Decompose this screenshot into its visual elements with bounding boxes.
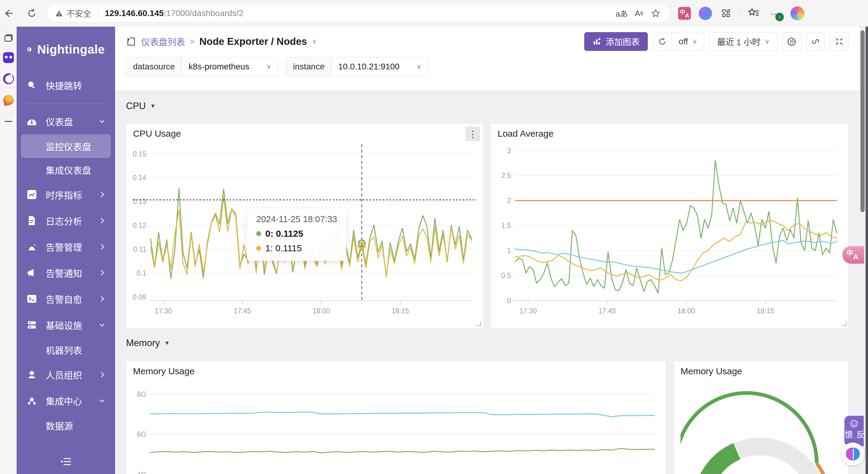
collapsed-tab-marker[interactable] (4, 121, 12, 122)
url-text[interactable]: 129.146.60.145:17000/dashboards/2 (105, 8, 613, 18)
memory-usage-gauge[interactable] (681, 379, 842, 474)
gear-icon (787, 37, 797, 47)
sidebar-collapse-icon[interactable] (17, 452, 115, 471)
svg-text:18:15: 18:15 (392, 307, 409, 315)
svg-text:17:45: 17:45 (598, 307, 616, 315)
browser-refresh-icon[interactable] (24, 6, 39, 21)
sidebar-item-self-healing[interactable]: 告警自愈 (17, 286, 115, 312)
main-content: 仪表盘列表 > Node Exporter / Nodes ∨ 添加图表 (115, 27, 860, 474)
sidebar-item-dashboards[interactable]: 仪表盘 (17, 108, 115, 134)
caret-down-icon: ▼ (150, 103, 156, 110)
ai-assistant-floating-button[interactable] (841, 443, 864, 466)
browser-toolbar: 不安全 129.146.60.145:17000/dashboards/2 aあ… (0, 0, 868, 27)
sidebar-item-label: 日志分析 (46, 214, 82, 227)
panel-load-average[interactable]: Load Average 32.521.510.5017:3017:4518:0… (491, 123, 848, 328)
memory-usage-chart[interactable]: 8G6G4G (133, 379, 659, 474)
sidebar-item-notifications[interactable]: 告警通知 (17, 260, 115, 286)
read-aloud-icon[interactable]: A (630, 5, 647, 22)
panel-resize-handle[interactable] (476, 321, 481, 326)
extensions-puzzle-icon[interactable] (720, 7, 732, 19)
sidebar-item-machine-list[interactable]: 机器列表 (17, 338, 115, 361)
instance-select[interactable]: 10.0.10.21:9100∨ (332, 57, 429, 77)
datasource-select[interactable]: k8s-prometheus∨ (182, 57, 278, 77)
copilot-icon[interactable] (790, 6, 804, 20)
expand-icon (834, 37, 844, 47)
instance-label: instance (286, 57, 331, 77)
server-stack-icon (26, 319, 38, 331)
svg-text:0.13: 0.13 (133, 198, 146, 206)
refresh-interval-select[interactable]: off∨ (672, 32, 704, 51)
svg-text:0.5: 0.5 (501, 271, 511, 279)
svg-text:0.15: 0.15 (133, 150, 146, 158)
translate-floating-button[interactable]: 中A (842, 246, 864, 264)
link-icon (811, 37, 820, 47)
panel-cpu-usage[interactable]: CPU Usage ⋮ 0.150.140.130.120.110.10.091… (126, 123, 484, 328)
divider (2, 114, 14, 114)
panel-title: Memory Usage (681, 366, 842, 377)
sidebar-item-integrated-dashboards[interactable]: 集成仪表盘 (17, 158, 115, 181)
load-average-chart[interactable]: 32.521.510.5017:3017:4518:0018:15 (498, 141, 842, 317)
title-caret-icon[interactable]: ∨ (312, 37, 317, 46)
sidebar-item-label: 人员组织 (46, 368, 82, 381)
panel-memory-usage-gauge[interactable]: Memory Usage (674, 361, 848, 474)
refresh-button[interactable] (653, 32, 672, 51)
sidebar-item-alert-management[interactable]: 告警管理 (17, 234, 115, 260)
sidebar-item-label: 告警管理 (46, 240, 82, 254)
fullscreen-button[interactable] (830, 32, 848, 51)
chevron-right-icon (99, 371, 106, 378)
translate-page-icon[interactable]: aあ (613, 5, 630, 22)
sidebar-item-infrastructure[interactable]: 基础设施 (17, 312, 115, 338)
breadcrumb-dashboards-link[interactable]: 仪表盘列表 (141, 35, 185, 48)
tab-favicon-cat[interactable] (2, 52, 14, 64)
tab-favicon-flame[interactable] (2, 94, 14, 106)
dashboard-variables: datasource k8s-prometheus∨ instance 10.0… (126, 57, 848, 90)
time-range-select[interactable]: 最近 1 小时∨ (709, 32, 778, 51)
svg-text:0.14: 0.14 (133, 174, 146, 181)
sidebar-item-label: 快捷跳转 (46, 79, 82, 92)
nightingale-app: Nightingale 快捷跳转 仪表盘 监控仪表盘 集成仪表盘 时序指标 (17, 27, 860, 474)
site-security[interactable]: 不安全 (55, 7, 91, 19)
group-header-cpu[interactable]: CPU▼ (126, 99, 848, 113)
browser-back-icon[interactable] (1, 6, 16, 21)
panel-title: Load Average (498, 128, 842, 139)
datasource-label: datasource (126, 57, 182, 77)
panel-memory-usage[interactable]: Memory Usage 8G6G4G (126, 361, 666, 474)
sidebar-item-integration-center[interactable]: 集成中心 (17, 388, 115, 414)
group-header-memory[interactable]: Memory▼ (126, 336, 848, 350)
settings-button[interactable] (783, 32, 801, 51)
line-chart-icon (26, 188, 38, 201)
sidebar-item-label: 基础设施 (46, 318, 82, 331)
chart-plus-icon (592, 37, 601, 46)
update-badge-icon: ↑ (775, 13, 784, 21)
feedback-floating-tab[interactable]: 反馈 (844, 416, 864, 446)
browser-menu-icon[interactable]: …↑ (768, 7, 783, 20)
translate-extension-icon[interactable]: 中A (678, 7, 691, 20)
sidebar-item-datasources[interactable]: 数据源 (17, 414, 115, 437)
collections-icon[interactable] (747, 8, 760, 19)
sidebar-item-people-org[interactable]: 人员组织 (17, 361, 115, 388)
sidebar-item-logs[interactable]: 日志分析 (17, 208, 115, 234)
panel-resize-handle[interactable] (842, 321, 846, 326)
sidebar-item-metrics[interactable]: 时序指标 (17, 181, 115, 208)
favorite-star-icon[interactable] (647, 5, 664, 22)
back-to-list-icon[interactable] (126, 36, 136, 47)
dashboard-gauge-icon (26, 115, 38, 127)
svg-text:2: 2 (507, 197, 511, 205)
svg-text:0.09: 0.09 (133, 293, 146, 301)
chevron-down-icon: ∨ (266, 63, 271, 70)
logo[interactable]: Nightingale (17, 27, 115, 59)
header-actions: 添加图表 off∨ 最近 1 小时∨ (584, 32, 848, 51)
active-tab-nightingale[interactable] (1, 71, 17, 87)
add-chart-button[interactable]: 添加图表 (584, 32, 648, 51)
svg-text:0.11: 0.11 (133, 245, 146, 254)
scrollbar-thumb[interactable] (861, 30, 865, 212)
address-bar[interactable]: 不安全 129.146.60.145:17000/dashboards/2 aあ… (47, 4, 670, 22)
sidebar-quick-jump[interactable]: 快捷跳转 (17, 72, 115, 98)
panel-menu-icon[interactable]: ⋮ (465, 127, 480, 141)
sidebar-item-label: 告警自愈 (46, 292, 82, 305)
sidebar-item-monitor-dashboards[interactable]: 监控仪表盘 (21, 134, 111, 158)
ai-extension-icon[interactable] (699, 7, 712, 20)
window-edge (866, 27, 868, 474)
share-link-button[interactable] (806, 32, 825, 51)
tab-list-icon[interactable] (2, 32, 14, 44)
